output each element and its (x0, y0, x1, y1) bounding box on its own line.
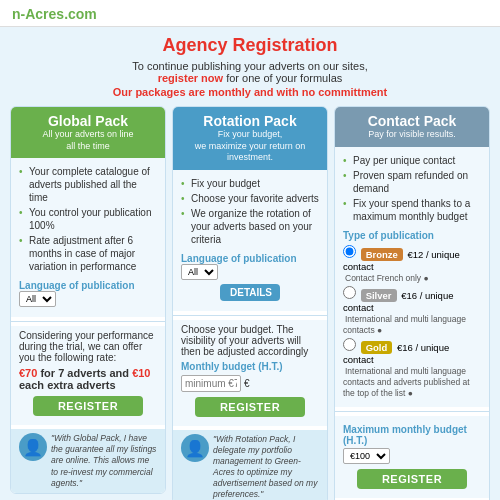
rotation-avatar-row: 👤 "With Rotation Pack, I delegate my por… (173, 430, 327, 500)
global-price-text: €70 for 7 adverts and €10 each extra adv… (19, 367, 157, 391)
global-pack-subtitle: All your adverts on lineall the time (19, 129, 157, 152)
rotation-pack-body: Fix your budget Choose your favorite adv… (173, 170, 327, 311)
logo: n-Acres.com (12, 6, 97, 22)
currency-symbol: € (244, 378, 250, 389)
rotation-quote: "With Rotation Pack, I delegate my portf… (213, 434, 319, 500)
list-item: Pay per unique contact (343, 153, 481, 168)
list-item: Choose your favorite adverts (181, 191, 319, 206)
contact-pack-lower: Maximum monthly budget (H.T.) €100 €200 … (335, 416, 489, 498)
global-pack: Global Pack All your adverts on lineall … (10, 106, 166, 494)
silver-badge: Silver (361, 289, 397, 302)
bronze-radio[interactable] (343, 245, 356, 258)
budget-input-row: € (181, 375, 319, 392)
global-quote: "With Global Pack, I have the guarantee … (51, 433, 157, 488)
global-pack-lower: Considering your performance during the … (11, 326, 165, 425)
silver-price: €16 / unique contact (343, 290, 453, 313)
contact-register-button[interactable]: REGISTER (357, 469, 467, 489)
subtitle-red: Our packages are monthly and with no com… (10, 86, 490, 98)
global-lang-pub-label: Language of publication All (19, 280, 157, 307)
subtitle-line1: To continue publishing your adverts on o… (10, 60, 490, 84)
list-item: Fix your budget (181, 176, 319, 191)
silver-option: Silver €16 / unique contact Internationa… (343, 286, 481, 335)
gold-option: Gold €16 / unique contact International … (343, 338, 481, 398)
gold-desc: International and multi language contact… (343, 366, 470, 398)
header: n-Acres.com (0, 0, 500, 27)
gold-price: €16 / unique contact (343, 342, 449, 365)
contact-pack-header: Contact Pack Pay for visible results. (335, 107, 489, 147)
global-avatar-row: 👤 "With Global Pack, I have the guarante… (11, 429, 165, 492)
budget-input[interactable] (181, 375, 241, 392)
global-lang-select[interactable]: All (19, 291, 56, 307)
gold-radio[interactable] (343, 338, 356, 351)
bronze-option: Bronze €12 / unique contact Contact Fren… (343, 245, 481, 283)
list-item: Proven spam refunded on demand (343, 168, 481, 196)
list-item: Rate adjustment after 6 months in case o… (19, 233, 157, 274)
rotation-lang-select[interactable]: All (181, 264, 218, 280)
contact-pack: Contact Pack Pay for visible results. Pa… (334, 106, 490, 500)
global-pack-body: Your complete catalogue of adverts publi… (11, 158, 165, 317)
global-pack-header: Global Pack All your adverts on lineall … (11, 107, 165, 158)
list-item: Your complete catalogue of adverts publi… (19, 164, 157, 205)
silver-desc: International and multi language contact… (343, 314, 466, 335)
list-item: Fix your spend thanks to a maximum month… (343, 196, 481, 224)
global-pack-title: Global Pack (19, 113, 157, 129)
page-title: Agency Registration (10, 35, 490, 56)
rotation-avatar: 👤 (181, 434, 209, 462)
global-avatar: 👤 (19, 433, 47, 461)
global-register-button[interactable]: REGISTER (33, 396, 143, 416)
rotation-register-button[interactable]: REGISTER (195, 397, 305, 417)
type-pub-section: Type of publication (343, 230, 481, 241)
rotation-pack-lower: Choose your budget. The visibility of yo… (173, 320, 327, 426)
gold-badge: Gold (361, 341, 393, 354)
bronze-desc: Contact French only ● (345, 273, 429, 283)
silver-radio[interactable] (343, 286, 356, 299)
global-pack-features: Your complete catalogue of adverts publi… (19, 164, 157, 274)
rotation-pack-title: Rotation Pack (181, 113, 319, 129)
max-budget-label: Maximum monthly budget (H.T.) (343, 424, 481, 446)
global-lower-text: Considering your performance during the … (19, 330, 157, 363)
contact-pack-body: Pay per unique contact Proven spam refun… (335, 147, 489, 407)
contact-pack-subtitle: Pay for visible results. (343, 129, 481, 141)
max-budget-select[interactable]: €100 €200 €300 (343, 448, 390, 464)
monthly-budget-label: Monthly budget (H.T.) (181, 361, 319, 372)
rotation-details-button[interactable]: DETAILS (220, 284, 280, 301)
packs-container: Global Pack All your adverts on lineall … (10, 106, 490, 500)
rotation-lower-text: Choose your budget. The visibility of yo… (181, 324, 319, 357)
bronze-badge: Bronze (361, 248, 403, 261)
contact-pack-title: Contact Pack (343, 113, 481, 129)
rotation-lang-pub-label: Language of publication All (181, 253, 319, 280)
rotation-pack-subtitle: Fix your budget,we maximize your return … (181, 129, 319, 164)
rotation-pack-features: Fix your budget Choose your favorite adv… (181, 176, 319, 247)
rotation-pack: Rotation Pack Fix your budget,we maximiz… (172, 106, 328, 500)
rotation-pack-header: Rotation Pack Fix your budget,we maximiz… (173, 107, 327, 170)
contact-pack-features: Pay per unique contact Proven spam refun… (343, 153, 481, 224)
list-item: You control your publication 100% (19, 205, 157, 233)
list-item: We organize the rotation of your adverts… (181, 206, 319, 247)
register-link[interactable]: register now (158, 72, 223, 84)
